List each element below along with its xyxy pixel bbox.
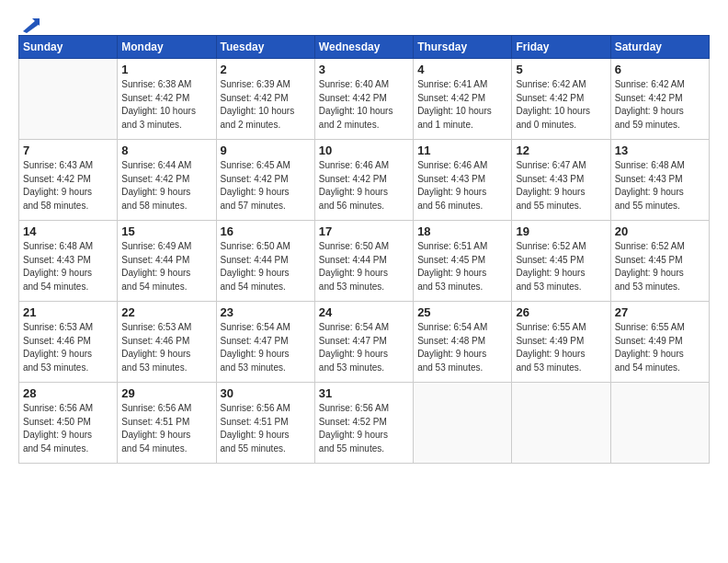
- week-row-1: 1Sunrise: 6:38 AMSunset: 4:42 PMDaylight…: [19, 59, 710, 140]
- day-info: Sunrise: 6:53 AMSunset: 4:46 PMDaylight:…: [23, 321, 113, 374]
- day-number: 27: [615, 305, 705, 319]
- day-cell: 13Sunrise: 6:48 AMSunset: 4:43 PMDayligh…: [610, 140, 709, 221]
- day-cell: 7Sunrise: 6:43 AMSunset: 4:42 PMDaylight…: [19, 140, 118, 221]
- day-cell: 15Sunrise: 6:49 AMSunset: 4:44 PMDayligh…: [118, 221, 216, 302]
- day-info: Sunrise: 6:45 AMSunset: 4:42 PMDaylight:…: [221, 159, 311, 213]
- day-number: 5: [516, 63, 606, 76]
- day-info: Sunrise: 6:55 AMSunset: 4:49 PMDaylight:…: [615, 321, 705, 374]
- day-number: 20: [615, 224, 705, 238]
- day-number: 2: [221, 63, 311, 76]
- day-cell: 26Sunrise: 6:55 AMSunset: 4:49 PMDayligh…: [512, 302, 610, 383]
- day-number: 7: [23, 144, 113, 157]
- day-info: Sunrise: 6:51 AMSunset: 4:45 PMDaylight:…: [417, 240, 507, 293]
- day-number: 16: [221, 224, 311, 238]
- day-cell: 4Sunrise: 6:41 AMSunset: 4:42 PMDaylight…: [414, 59, 512, 140]
- day-cell: 14Sunrise: 6:48 AMSunset: 4:43 PMDayligh…: [19, 221, 118, 302]
- day-number: 23: [221, 305, 311, 319]
- day-number: 28: [23, 386, 113, 400]
- day-info: Sunrise: 6:50 AMSunset: 4:44 PMDaylight:…: [221, 240, 311, 293]
- calendar-table: SundayMondayTuesdayWednesdayThursdayFrid…: [18, 35, 710, 464]
- day-number: 6: [615, 63, 705, 76]
- day-number: 12: [516, 144, 606, 157]
- day-info: Sunrise: 6:43 AMSunset: 4:42 PMDaylight:…: [23, 159, 113, 213]
- day-number: 1: [121, 63, 211, 76]
- day-number: 10: [319, 144, 409, 157]
- day-number: 26: [516, 305, 606, 319]
- day-cell: 19Sunrise: 6:52 AMSunset: 4:45 PMDayligh…: [512, 221, 610, 302]
- calendar-page: SundayMondayTuesdayWednesdayThursdayFrid…: [0, 0, 728, 563]
- weekday-header-wednesday: Wednesday: [314, 36, 413, 59]
- day-cell: 31Sunrise: 6:56 AMSunset: 4:52 PMDayligh…: [314, 383, 413, 464]
- day-info: Sunrise: 6:52 AMSunset: 4:45 PMDaylight:…: [516, 240, 606, 293]
- day-info: Sunrise: 6:40 AMSunset: 4:42 PMDaylight:…: [319, 78, 409, 132]
- day-info: Sunrise: 6:38 AMSunset: 4:42 PMDaylight:…: [121, 78, 211, 132]
- logo: [18, 17, 40, 29]
- day-number: 19: [516, 224, 606, 238]
- day-info: Sunrise: 6:48 AMSunset: 4:43 PMDaylight:…: [23, 240, 113, 293]
- day-number: 29: [121, 386, 211, 400]
- day-cell: 1Sunrise: 6:38 AMSunset: 4:42 PMDaylight…: [118, 59, 216, 140]
- weekday-header-tuesday: Tuesday: [216, 36, 314, 59]
- day-info: Sunrise: 6:39 AMSunset: 4:42 PMDaylight:…: [221, 78, 311, 132]
- day-cell: 22Sunrise: 6:53 AMSunset: 4:46 PMDayligh…: [118, 302, 216, 383]
- day-info: Sunrise: 6:56 AMSunset: 4:51 PMDaylight:…: [121, 402, 211, 455]
- weekday-header-thursday: Thursday: [414, 36, 512, 59]
- day-info: Sunrise: 6:56 AMSunset: 4:51 PMDaylight:…: [221, 402, 311, 455]
- header: [18, 17, 710, 29]
- day-number: 17: [319, 224, 409, 238]
- day-cell: 25Sunrise: 6:54 AMSunset: 4:48 PMDayligh…: [414, 302, 512, 383]
- day-number: 22: [121, 305, 211, 319]
- day-number: 9: [221, 144, 311, 157]
- day-info: Sunrise: 6:50 AMSunset: 4:44 PMDaylight:…: [319, 240, 409, 293]
- weekday-header-sunday: Sunday: [19, 36, 118, 59]
- day-cell: 9Sunrise: 6:45 AMSunset: 4:42 PMDaylight…: [216, 140, 314, 221]
- day-info: Sunrise: 6:49 AMSunset: 4:44 PMDaylight:…: [121, 240, 211, 293]
- day-cell: [512, 383, 610, 464]
- weekday-row: SundayMondayTuesdayWednesdayThursdayFrid…: [19, 36, 710, 59]
- day-number: 15: [121, 224, 211, 238]
- day-info: Sunrise: 6:54 AMSunset: 4:47 PMDaylight:…: [221, 321, 311, 374]
- day-number: 31: [319, 386, 409, 400]
- day-info: Sunrise: 6:54 AMSunset: 4:47 PMDaylight:…: [319, 321, 409, 374]
- day-cell: 12Sunrise: 6:47 AMSunset: 4:43 PMDayligh…: [512, 140, 610, 221]
- day-info: Sunrise: 6:42 AMSunset: 4:42 PMDaylight:…: [516, 78, 606, 132]
- day-cell: [414, 383, 512, 464]
- day-cell: 5Sunrise: 6:42 AMSunset: 4:42 PMDaylight…: [512, 59, 610, 140]
- day-cell: 27Sunrise: 6:55 AMSunset: 4:49 PMDayligh…: [610, 302, 709, 383]
- week-row-2: 7Sunrise: 6:43 AMSunset: 4:42 PMDaylight…: [19, 140, 710, 221]
- day-cell: 28Sunrise: 6:56 AMSunset: 4:50 PMDayligh…: [19, 383, 118, 464]
- day-info: Sunrise: 6:56 AMSunset: 4:52 PMDaylight:…: [319, 402, 409, 455]
- day-number: 18: [417, 224, 507, 238]
- day-cell: 18Sunrise: 6:51 AMSunset: 4:45 PMDayligh…: [414, 221, 512, 302]
- day-number: 21: [23, 305, 113, 319]
- day-cell: 11Sunrise: 6:46 AMSunset: 4:43 PMDayligh…: [414, 140, 512, 221]
- day-cell: 30Sunrise: 6:56 AMSunset: 4:51 PMDayligh…: [216, 383, 314, 464]
- day-cell: 8Sunrise: 6:44 AMSunset: 4:42 PMDaylight…: [118, 140, 216, 221]
- day-number: 14: [23, 224, 113, 238]
- day-cell: 2Sunrise: 6:39 AMSunset: 4:42 PMDaylight…: [216, 59, 314, 140]
- day-number: 11: [417, 144, 507, 157]
- weekday-header-saturday: Saturday: [610, 36, 709, 59]
- day-info: Sunrise: 6:55 AMSunset: 4:49 PMDaylight:…: [516, 321, 606, 374]
- day-number: 8: [121, 144, 211, 157]
- day-cell: 20Sunrise: 6:52 AMSunset: 4:45 PMDayligh…: [610, 221, 709, 302]
- day-cell: [610, 383, 709, 464]
- day-number: 25: [417, 305, 507, 319]
- day-info: Sunrise: 6:48 AMSunset: 4:43 PMDaylight:…: [615, 159, 705, 213]
- weekday-header-monday: Monday: [118, 36, 216, 59]
- logo-icon: [19, 17, 40, 33]
- day-cell: 3Sunrise: 6:40 AMSunset: 4:42 PMDaylight…: [314, 59, 413, 140]
- day-number: 3: [319, 63, 409, 76]
- weekday-header-friday: Friday: [512, 36, 610, 59]
- day-info: Sunrise: 6:56 AMSunset: 4:50 PMDaylight:…: [23, 402, 113, 455]
- day-number: 24: [319, 305, 409, 319]
- day-cell: [19, 59, 118, 140]
- day-info: Sunrise: 6:53 AMSunset: 4:46 PMDaylight:…: [121, 321, 211, 374]
- day-cell: 21Sunrise: 6:53 AMSunset: 4:46 PMDayligh…: [19, 302, 118, 383]
- day-info: Sunrise: 6:52 AMSunset: 4:45 PMDaylight:…: [615, 240, 705, 293]
- day-cell: 24Sunrise: 6:54 AMSunset: 4:47 PMDayligh…: [314, 302, 413, 383]
- calendar-header: SundayMondayTuesdayWednesdayThursdayFrid…: [19, 36, 710, 59]
- day-info: Sunrise: 6:42 AMSunset: 4:42 PMDaylight:…: [615, 78, 705, 132]
- day-cell: 6Sunrise: 6:42 AMSunset: 4:42 PMDaylight…: [610, 59, 709, 140]
- day-cell: 17Sunrise: 6:50 AMSunset: 4:44 PMDayligh…: [314, 221, 413, 302]
